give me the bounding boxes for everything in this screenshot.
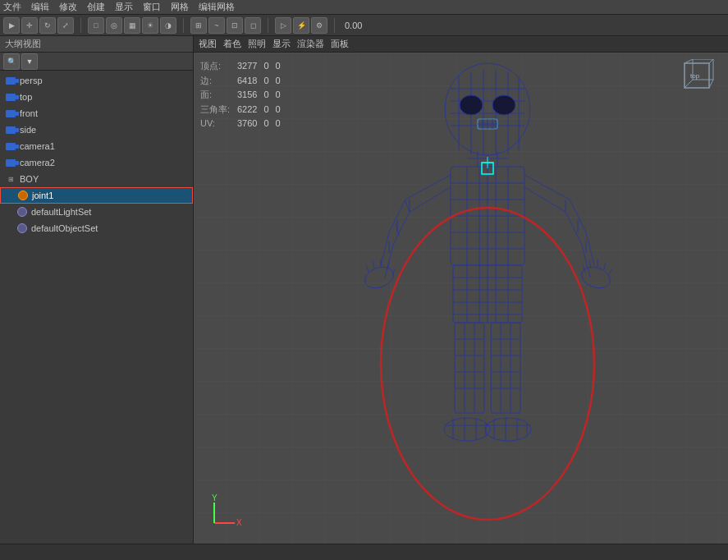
toolbar-divider-4 bbox=[334, 18, 335, 33]
menu-edit[interactable]: 编辑 bbox=[31, 1, 49, 13]
viewport-menubar: 视图 着色 照明 显示 渲染器 面板 bbox=[194, 36, 728, 53]
render-btn[interactable]: ▷ bbox=[275, 17, 291, 34]
outliner-label-persp: persp bbox=[20, 76, 43, 85]
viewport-menu-display[interactable]: 显示 bbox=[272, 38, 291, 50]
toolbar-snap: ⊞ ~ ⊡ ◻ bbox=[190, 17, 261, 34]
camera-icon-side bbox=[5, 124, 16, 135]
smooth-btn[interactable]: ◎ bbox=[106, 17, 122, 34]
svg-rect-69 bbox=[491, 323, 520, 413]
svg-point-12 bbox=[492, 95, 515, 115]
snap-curve-btn[interactable]: ~ bbox=[208, 17, 225, 34]
toolbar-divider-3 bbox=[268, 18, 268, 33]
group-icon-boy: ⊞ bbox=[5, 173, 16, 185]
camera-cube: top bbox=[680, 59, 721, 100]
camera-icon-camera2 bbox=[5, 157, 16, 168]
menu-mesh[interactable]: 网格 bbox=[171, 1, 189, 13]
viewport-menu-panels[interactable]: 面板 bbox=[331, 38, 349, 50]
outliner-item-front[interactable]: front bbox=[0, 105, 193, 122]
outliner-label-boy: BOY bbox=[20, 174, 39, 184]
snap-view-btn[interactable]: ◻ bbox=[245, 17, 261, 34]
outliner-item-boy[interactable]: ⊞ BOY bbox=[0, 171, 193, 187]
character-container bbox=[194, 53, 728, 544]
outliner-label-front: front bbox=[20, 108, 38, 118]
viewport-menu-lighting[interactable]: 照明 bbox=[248, 38, 266, 50]
outliner-title: 大纲视图 bbox=[5, 38, 41, 50]
svg-rect-62 bbox=[455, 323, 484, 413]
svg-line-96 bbox=[709, 59, 713, 63]
outliner-item-joint1[interactable]: joint1 bbox=[0, 187, 193, 204]
texture-btn[interactable]: ▦ bbox=[124, 17, 140, 34]
svg-line-51 bbox=[609, 269, 612, 274]
camera-icon-persp bbox=[5, 75, 16, 86]
outliner-label-defaultlightset: defaultLightSet bbox=[31, 207, 91, 217]
outliner-label-joint1: joint1 bbox=[32, 190, 53, 200]
toolbar-render: ▷ ⚡ ⚙ bbox=[275, 17, 327, 34]
outliner-filter-btn[interactable]: ▼ bbox=[21, 53, 38, 70]
svg-line-98 bbox=[685, 80, 693, 88]
outliner-item-camera1[interactable]: camera1 bbox=[0, 138, 193, 154]
svg-line-39 bbox=[373, 260, 374, 269]
outliner-search-btn[interactable]: 🔍 bbox=[3, 53, 20, 70]
ipr-btn[interactable]: ⚡ bbox=[293, 17, 309, 34]
menu-display[interactable]: 显示 bbox=[115, 1, 133, 13]
menu-window[interactable]: 窗口 bbox=[143, 1, 161, 13]
snap-grid-btn[interactable]: ⊞ bbox=[190, 17, 207, 34]
shadow-btn[interactable]: ◑ bbox=[160, 17, 176, 34]
camera-icon-camera1 bbox=[5, 140, 16, 152]
wireframe-btn[interactable]: □ bbox=[88, 17, 104, 34]
toolbar-divider-1 bbox=[80, 18, 81, 33]
viewport-canvas[interactable]: 顶点: 3277 0 0 边: 6418 0 0 面: 3156 0 bbox=[194, 53, 728, 544]
character-wireframe bbox=[332, 60, 643, 536]
outliner-header: 大纲视图 bbox=[0, 36, 193, 53]
viewport-menu-view[interactable]: 视图 bbox=[199, 38, 217, 50]
axis-gizmo: X Y bbox=[210, 494, 243, 527]
toolbar-divider-2 bbox=[183, 18, 184, 33]
rotate-tool-btn[interactable]: ↻ bbox=[39, 17, 56, 34]
outliner-label-defaultobjectset: defaultObjectSet bbox=[31, 223, 98, 233]
viewport-menu-shading[interactable]: 着色 bbox=[223, 38, 241, 50]
outliner-item-side[interactable]: side bbox=[0, 122, 193, 138]
menu-bar: 文件 编辑 修改 创建 显示 窗口 网格 编辑网格 bbox=[0, 0, 728, 15]
axis-y-label: Y bbox=[212, 494, 217, 503]
menu-modify[interactable]: 修改 bbox=[59, 1, 77, 13]
select-tool-btn[interactable]: ▶ bbox=[3, 17, 20, 34]
move-tool-btn[interactable]: ✛ bbox=[21, 17, 38, 34]
outliner-item-defaultobjectset[interactable]: defaultObjectSet bbox=[0, 220, 193, 236]
svg-line-38 bbox=[366, 265, 369, 272]
render-settings-btn[interactable]: ⚙ bbox=[311, 17, 327, 34]
camera-icon-front bbox=[5, 108, 16, 119]
svg-point-11 bbox=[460, 95, 483, 115]
set-icon-lightset bbox=[16, 206, 28, 218]
camera-cube-svg: top bbox=[680, 59, 721, 100]
outliner-panel: 大纲视图 🔍 ▼ persp top bbox=[0, 36, 194, 544]
axis-x-label: X bbox=[236, 518, 242, 527]
viewport-menu-renderer[interactable]: 渲染器 bbox=[297, 38, 324, 50]
outliner-item-defaultlightset[interactable]: defaultLightSet bbox=[0, 204, 193, 220]
outliner-list: persp top front side bbox=[0, 71, 193, 544]
light-btn[interactable]: ☀ bbox=[142, 17, 158, 34]
snap-point-btn[interactable]: ⊡ bbox=[227, 17, 243, 34]
set-icon-objectset bbox=[16, 223, 28, 234]
scale-tool-btn[interactable]: ⤢ bbox=[57, 17, 74, 34]
camera-icon-top bbox=[5, 91, 16, 103]
toolbar-left: ▶ ✛ ↻ ⤢ bbox=[3, 17, 74, 34]
svg-point-82 bbox=[485, 418, 531, 441]
svg-point-0 bbox=[445, 63, 530, 155]
axis-indicator: X Y bbox=[210, 494, 243, 527]
outliner-item-persp[interactable]: persp bbox=[0, 72, 193, 89]
viewport-panel: 视图 着色 照明 显示 渲染器 面板 顶点: 3277 0 0 bbox=[194, 36, 728, 544]
outliner-label-top: top bbox=[20, 92, 32, 102]
outliner-item-top[interactable]: top bbox=[0, 89, 193, 105]
outliner-label-camera2: camera2 bbox=[20, 158, 55, 168]
outliner-label-camera1: camera1 bbox=[20, 141, 55, 151]
cube-face-label: top bbox=[690, 72, 700, 80]
outliner-label-side: side bbox=[20, 125, 36, 135]
outliner-toolbar: 🔍 ▼ bbox=[0, 53, 193, 71]
menu-file[interactable]: 文件 bbox=[3, 1, 21, 13]
main-content: 大纲视图 🔍 ▼ persp top bbox=[0, 36, 728, 544]
status-bar bbox=[0, 544, 728, 560]
outliner-item-camera2[interactable]: camera2 bbox=[0, 154, 193, 171]
menu-create[interactable]: 创建 bbox=[87, 1, 105, 13]
menu-edit-mesh[interactable]: 编辑网格 bbox=[199, 1, 235, 13]
svg-line-50 bbox=[604, 262, 606, 269]
